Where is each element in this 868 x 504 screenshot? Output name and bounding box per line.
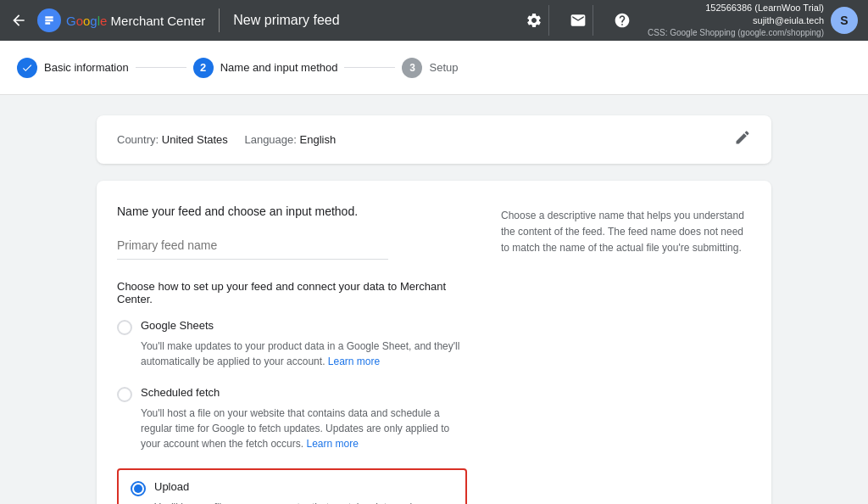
top-navigation: Google Merchant Center New primary feed … [0, 0, 868, 41]
nav-divider [219, 8, 220, 32]
logo-text: Google Merchant Center [66, 14, 205, 28]
scheduled-fetch-label: Scheduled fetch [141, 386, 220, 399]
country-row: Country: United States Language: English [97, 115, 771, 164]
country-value: United States [162, 133, 228, 146]
google-sheets-learn-more[interactable]: Learn more [328, 356, 380, 367]
method-scheduled-fetch: Scheduled fetch You'll host a file on yo… [117, 386, 467, 451]
feed-form-right: Choose a descriptive name that helps you… [501, 204, 751, 504]
step-3-number: 3 [402, 58, 422, 78]
step-1-number [17, 58, 37, 78]
user-id: 152566386 (LearnWoo Trial) [648, 2, 824, 14]
user-email: sujith@eiula.tech [648, 14, 824, 27]
step-1: Basic information [17, 58, 129, 78]
step-3-label: Setup [429, 61, 458, 74]
choose-method-label: Choose how to set up your feed and conne… [117, 280, 467, 305]
help-text: Choose a descriptive name that helps you… [501, 208, 751, 257]
merchant-center-icon [37, 8, 61, 32]
language-value: English [300, 133, 337, 146]
feed-form-left: Name your feed and choose an input metho… [117, 204, 467, 504]
avatar[interactable]: S [831, 7, 858, 34]
scheduled-fetch-desc: You'll host a file on your website that … [141, 406, 467, 451]
stepper: Basic information 2 Name and input metho… [17, 58, 458, 78]
main-content: Country: United States Language: English… [70, 95, 798, 504]
logo-area: Google Merchant Center [37, 8, 205, 32]
country-language-card: Country: United States Language: English [97, 115, 771, 164]
settings-icon[interactable] [519, 5, 549, 36]
google-sheets-radio-row: Google Sheets [117, 319, 467, 335]
scheduled-fetch-radio[interactable] [117, 387, 132, 402]
country-language-info: Country: United States Language: English [117, 133, 336, 146]
edit-country-button[interactable] [734, 129, 751, 150]
user-details: 152566386 (LearnWoo Trial) sujith@eiula.… [648, 2, 824, 40]
step-line-1 [136, 67, 186, 68]
user-info: 152566386 (LearnWoo Trial) sujith@eiula.… [637, 2, 858, 40]
country-label: Country: [117, 133, 159, 146]
method-google-sheets: Google Sheets You'll make updates to you… [117, 319, 467, 369]
user-css: CSS: Google Shopping (google.com/shoppin… [648, 27, 824, 39]
step-2-label: Name and input method [220, 61, 338, 74]
google-sheets-radio[interactable] [117, 320, 132, 335]
step-3: 3 Setup [402, 58, 458, 78]
feed-name-input[interactable] [117, 232, 388, 260]
upload-desc: You'll keep a file on your computer that… [154, 500, 453, 504]
step-line-2 [344, 67, 395, 68]
page-title: New primary feed [233, 13, 339, 28]
language-label: Language: [244, 133, 296, 146]
upload-radio[interactable] [131, 481, 146, 496]
step-2: 2 Name and input method [193, 58, 338, 78]
scheduled-fetch-radio-row: Scheduled fetch [117, 386, 467, 402]
upload-radio-row: Upload [131, 480, 453, 496]
upload-label: Upload [154, 480, 189, 493]
stepper-bar: Basic information 2 Name and input metho… [0, 41, 868, 95]
back-button[interactable] [10, 12, 27, 29]
step-2-number: 2 [193, 58, 214, 78]
method-upload: Upload You'll keep a file on your comput… [117, 468, 467, 504]
help-icon[interactable] [607, 5, 637, 36]
feed-form-card: Name your feed and choose an input metho… [97, 181, 771, 504]
nav-icons [519, 5, 637, 36]
feed-form-inner: Name your feed and choose an input metho… [97, 181, 771, 504]
google-sheets-desc: You'll make updates to your product data… [141, 339, 467, 369]
scheduled-fetch-learn-more[interactable]: Learn more [306, 438, 358, 450]
google-sheets-label: Google Sheets [141, 319, 214, 332]
feed-section-title: Name your feed and choose an input metho… [117, 204, 467, 218]
step-1-label: Basic information [44, 61, 129, 74]
mail-icon[interactable] [563, 5, 593, 36]
